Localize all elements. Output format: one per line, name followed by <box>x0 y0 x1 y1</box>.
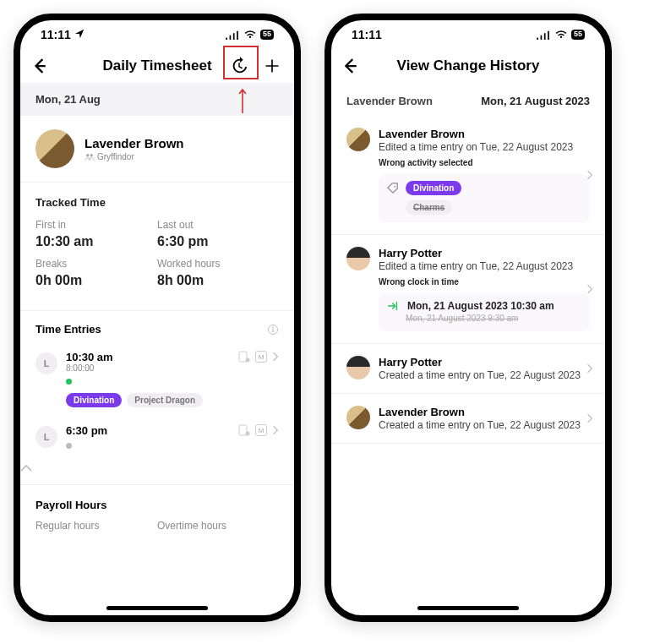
app-header: Daily Timesheet <box>20 49 294 83</box>
wifi-icon <box>554 30 568 40</box>
metric-worked-hours: Worked hours 8h 00m <box>157 258 279 288</box>
chevron-right-icon <box>272 352 279 362</box>
arrow-in-icon <box>387 301 401 311</box>
avatar <box>346 406 370 429</box>
payroll-header: Payroll Hours <box>20 484 294 515</box>
entry-badge: L <box>35 352 57 374</box>
timesheet-screen: 11:11 55 Daily Timesheet Mon, 21 Aug La <box>14 14 301 622</box>
clock-time: 11:11 <box>352 28 382 41</box>
history-reason: Wrong activity selected <box>379 158 590 167</box>
status-dot-inactive <box>66 443 72 449</box>
status-bar: 11:11 55 <box>20 20 294 49</box>
history-author: Harry Potter <box>379 356 590 368</box>
add-button[interactable] <box>262 56 282 76</box>
metric-last-out: Last out 6:30 pm <box>157 219 279 249</box>
avatar <box>346 128 370 151</box>
payroll-regular-label: Regular hours <box>35 520 157 532</box>
time-entries-header: Time Entries <box>20 311 294 342</box>
diff-card: DivinationCharms <box>379 174 590 222</box>
battery-indicator: 55 <box>260 30 274 40</box>
date-header: Mon, 21 Aug <box>20 83 294 116</box>
subject-date: Mon, 21 August 2023 <box>481 95 590 107</box>
avatar <box>346 356 370 379</box>
person-team: Gryffindor <box>85 152 184 161</box>
new-activity-chip: Divination <box>406 181 461 195</box>
page-title: View Change History <box>331 57 605 74</box>
status-bar: 11:11 55 <box>331 20 605 49</box>
history-desc: Edited a time entry on Tue, 22 August 20… <box>379 260 590 272</box>
history-item-1[interactable]: Lavender BrownEdited a time entry on Tue… <box>331 116 605 235</box>
location-icon <box>74 29 85 39</box>
signal-icon <box>225 30 240 40</box>
info-icon[interactable] <box>267 324 279 336</box>
tracked-time-header: Tracked Time <box>20 183 294 214</box>
status-dot-active <box>66 379 72 385</box>
manual-icon: M <box>255 351 267 363</box>
project-chip: Project Dragon <box>127 393 203 407</box>
history-author: Lavender Brown <box>379 128 590 140</box>
chevron-right-icon <box>586 363 593 374</box>
chevron-right-icon <box>586 284 593 294</box>
back-button[interactable] <box>343 58 358 74</box>
subject-name: Lavender Brown <box>346 95 433 107</box>
history-desc: Created a time entry on Tue, 22 August 2… <box>379 369 590 381</box>
person-name: Lavender Brown <box>85 136 184 150</box>
note-icon <box>238 351 250 363</box>
chevron-right-icon <box>586 413 593 423</box>
person-row[interactable]: Lavender Brown Gryffindor <box>20 116 294 183</box>
history-desc: Edited a time entry on Tue, 22 August 20… <box>379 141 590 153</box>
chevron-right-icon <box>272 425 279 435</box>
tracked-metrics: First in 10:30 am Last out 6:30 pm Break… <box>20 214 294 311</box>
new-time-text: Mon, 21 August 2023 10:30 am <box>407 300 554 312</box>
old-activity-chip: Charms <box>406 200 452 215</box>
back-button[interactable] <box>32 58 47 74</box>
signal-icon <box>536 30 551 40</box>
history-author: Lavender Brown <box>379 406 590 418</box>
tag-icon <box>387 183 399 194</box>
chevron-right-icon <box>586 170 593 180</box>
payroll-metrics: Regular hours Overtime hours <box>20 515 294 537</box>
app-header: View Change History <box>331 49 605 83</box>
metric-breaks: Breaks 0h 00m <box>35 258 157 288</box>
metric-first-in: First in 10:30 am <box>35 219 157 249</box>
history-desc: Created a time entry on Tue, 22 August 2… <box>379 419 590 431</box>
history-button[interactable] <box>226 53 252 79</box>
entry-badge: L <box>35 426 57 448</box>
history-item-2[interactable]: Harry PotterEdited a time entry on Tue, … <box>331 235 605 344</box>
history-author: Harry Potter <box>379 247 590 259</box>
home-indicator[interactable] <box>106 606 208 610</box>
history-item-4[interactable]: Lavender BrownCreated a time entry on Tu… <box>331 394 605 444</box>
diff-card: Mon, 21 August 2023 10:30 amMon, 21 Augu… <box>379 293 590 331</box>
activity-chip: Divination <box>66 393 122 407</box>
clock-time: 11:11 <box>41 28 85 41</box>
payroll-overtime-label: Overtime hours <box>157 520 279 532</box>
old-time-text: Mon, 21 August 2023 9:30 am <box>406 314 581 323</box>
avatar <box>35 129 74 168</box>
history-screen: 11:11 55 View Change History Lavender Br… <box>324 14 612 622</box>
time-entry-1[interactable]: L 10:30 am 8:00:00 Divination Project Dr… <box>20 342 294 416</box>
subject-row: Lavender Brown Mon, 21 August 2023 <box>331 83 605 116</box>
battery-indicator: 55 <box>571 30 585 40</box>
manual-icon: M <box>255 424 267 436</box>
avatar <box>346 247 370 270</box>
time-entry-2[interactable]: L 6:30 pm M <box>20 416 294 461</box>
history-reason: Wrong clock in time <box>379 277 590 287</box>
note-icon <box>238 424 250 436</box>
history-item-3[interactable]: Harry PotterCreated a time entry on Tue,… <box>331 344 605 394</box>
collapse-toggle[interactable] <box>20 461 294 479</box>
home-indicator[interactable] <box>417 606 519 610</box>
wifi-icon <box>243 30 257 40</box>
